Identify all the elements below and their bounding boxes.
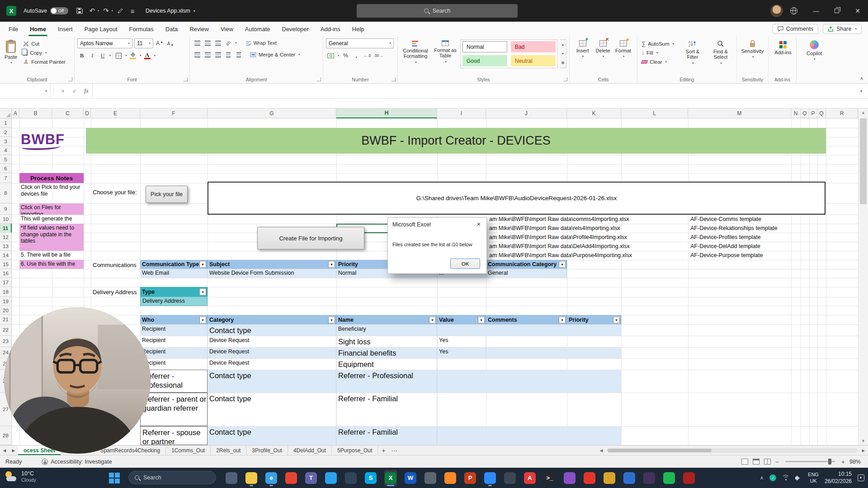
row-header-7[interactable]: 7 (0, 173, 12, 183)
autosum-button[interactable]: ∑AutoSum▾ (640, 39, 678, 48)
styles-dialog-launcher[interactable] (563, 77, 567, 81)
comments-button[interactable]: Comments (773, 24, 818, 34)
addins-button[interactable]: Add-ins (771, 38, 795, 57)
align-center-icon[interactable] (203, 50, 212, 59)
draw-pen-icon[interactable] (114, 5, 126, 17)
wrap-text-button[interactable]: Wrap Text (244, 39, 278, 47)
styles-gallery-scroll[interactable]: ▲▼▦ (560, 39, 566, 68)
taskbar-app-skype[interactable]: S (364, 470, 377, 486)
normal-view-icon[interactable] (741, 459, 748, 465)
column-header-J[interactable]: J (486, 108, 567, 118)
number-dialog-launcher[interactable] (392, 77, 396, 81)
ribbon-tab-view[interactable]: View (215, 22, 239, 36)
style-bad[interactable]: Bad (511, 41, 556, 52)
restore-button[interactable] (826, 0, 847, 22)
profile-cell-category[interactable]: Device Request (208, 347, 336, 358)
taskbar-app-app-red[interactable] (683, 470, 695, 486)
row-header-5[interactable]: 5 (0, 155, 12, 164)
profile-cell-name[interactable]: Financial benefits (336, 347, 437, 358)
filter-dropdown-icon[interactable]: ▾ (613, 316, 620, 323)
horizontal-scroll-track[interactable] (607, 448, 858, 453)
column-header-N[interactable]: N (791, 108, 801, 118)
borders-button[interactable] (114, 51, 123, 60)
style-normal[interactable]: Normal (462, 41, 507, 52)
italic-button[interactable]: I (88, 51, 97, 60)
zoom-level[interactable]: 98% (849, 459, 861, 465)
align-middle-icon[interactable] (203, 38, 212, 47)
orientation-button[interactable]: ab (224, 38, 233, 47)
ribbon-tab-formulas[interactable]: Formulas (123, 22, 160, 36)
excel-app-icon[interactable]: X (6, 6, 16, 16)
align-right-icon[interactable] (213, 50, 222, 59)
hidden-icons-chevron[interactable]: ∧ (760, 475, 764, 481)
wifi-icon[interactable] (782, 475, 789, 481)
row-header-13[interactable]: 13 (0, 242, 12, 251)
collapse-ribbon-icon[interactable]: ∧ (860, 75, 863, 81)
ribbon-tab-developer[interactable]: Developer (276, 22, 315, 36)
taskbar-app-adobe[interactable]: A (524, 470, 536, 486)
conditional-formatting-button[interactable]: Conditional Formatting▾ (401, 38, 430, 76)
save-button[interactable] (74, 5, 85, 17)
taskbar-app-app-blue[interactable] (623, 470, 636, 486)
column-header-A[interactable]: A (12, 108, 19, 118)
vertical-scrollbar[interactable]: ▲ ▼ (858, 108, 868, 445)
font-name-combo[interactable]: Aptos Narrow▾ (77, 38, 132, 48)
profile-cell-who[interactable]: Referrer - spouse or partner (140, 426, 208, 445)
taskbar-app-file-explorer[interactable] (245, 470, 258, 486)
align-bottom-icon[interactable] (213, 38, 222, 47)
row-header-18[interactable]: 18 (0, 287, 12, 297)
ribbon-tab-addins[interactable]: Add-ins (315, 22, 346, 36)
web-globe-icon[interactable] (790, 7, 797, 14)
row-header-11[interactable]: 11 (0, 224, 12, 233)
find-select-button[interactable]: Find & Select▾ (708, 38, 734, 76)
comms-cell[interactable]: Web Email (140, 269, 208, 278)
document-title[interactable]: Devices App.xlsm ▾ (146, 8, 195, 14)
underline-button[interactable]: U (98, 51, 107, 60)
taskbar-app-powerpoint[interactable]: P (464, 470, 476, 486)
comms-cell[interactable]: General (486, 269, 567, 278)
formula-bar-handle[interactable]: ⋮ (51, 88, 57, 94)
row-header-12[interactable]: 12 (0, 233, 12, 242)
row-header-9[interactable]: 9 (0, 203, 12, 215)
dialog-close-icon[interactable]: × (474, 220, 484, 229)
scroll-down-icon[interactable]: ▼ (859, 437, 868, 445)
font-size-combo[interactable]: 11▾ (134, 38, 153, 48)
copy-button[interactable]: Copy▾ (22, 48, 67, 57)
ribbon-tab-file[interactable]: File (3, 22, 24, 36)
decrease-decimal-button[interactable]: .00→ (374, 51, 383, 60)
ribbon-tab-help[interactable]: Help (346, 22, 370, 36)
row-header-16[interactable]: 16 (0, 269, 12, 278)
minimize-button[interactable]: — (806, 0, 826, 22)
page-break-view-icon[interactable] (764, 459, 771, 465)
delivery-address-cell[interactable]: Delivery Address (140, 297, 208, 306)
accessibility-status[interactable]: Accessibility: Investigate (42, 459, 112, 465)
autosave-toggle[interactable]: Off (50, 7, 68, 14)
column-header-O[interactable]: O (801, 108, 809, 118)
sort-filter-button[interactable]: AZ Sort & Filter▾ (679, 38, 706, 76)
row-header-19[interactable]: 19 (0, 297, 12, 306)
row-header-23[interactable]: 23 (0, 336, 12, 347)
row-header-1[interactable]: 1 (0, 118, 12, 128)
row-header-28[interactable]: 28 (0, 426, 12, 445)
taskbar-app-opera[interactable] (583, 470, 596, 486)
taskbar-app-app-violet[interactable] (643, 470, 656, 486)
sensitivity-button[interactable]: Sensitivity▾ (740, 38, 765, 61)
row-header-21[interactable]: 21 (0, 315, 12, 324)
profile-cell-name[interactable]: Sight loss (336, 336, 437, 347)
number-format-combo[interactable]: General▾ (326, 38, 394, 48)
taskbar-app-app-gray[interactable] (424, 470, 437, 486)
font-dialog-launcher[interactable] (184, 77, 188, 81)
clipboard-dialog-launcher[interactable] (68, 77, 72, 81)
profile-header[interactable]: Who▾ (140, 315, 208, 324)
insert-cells-button[interactable]: Insert▾ (572, 38, 593, 76)
create-file-button[interactable]: Create File for Importing (257, 227, 364, 249)
row-header-6[interactable]: 6 (0, 164, 12, 173)
column-header-E[interactable]: E (91, 108, 140, 118)
taskbar-app-app-dark[interactable] (344, 470, 357, 486)
profile-cell-value[interactable]: Yes (437, 336, 486, 347)
filter-dropdown-icon[interactable]: ▾ (199, 261, 206, 268)
taskbar-app-app-slate[interactable] (504, 470, 516, 486)
taskbar-app-terminal[interactable]: >_ (543, 470, 556, 486)
profile-cell-name[interactable]: Referrer - Professional (336, 370, 437, 393)
row-header-2[interactable]: 2 (0, 128, 12, 137)
